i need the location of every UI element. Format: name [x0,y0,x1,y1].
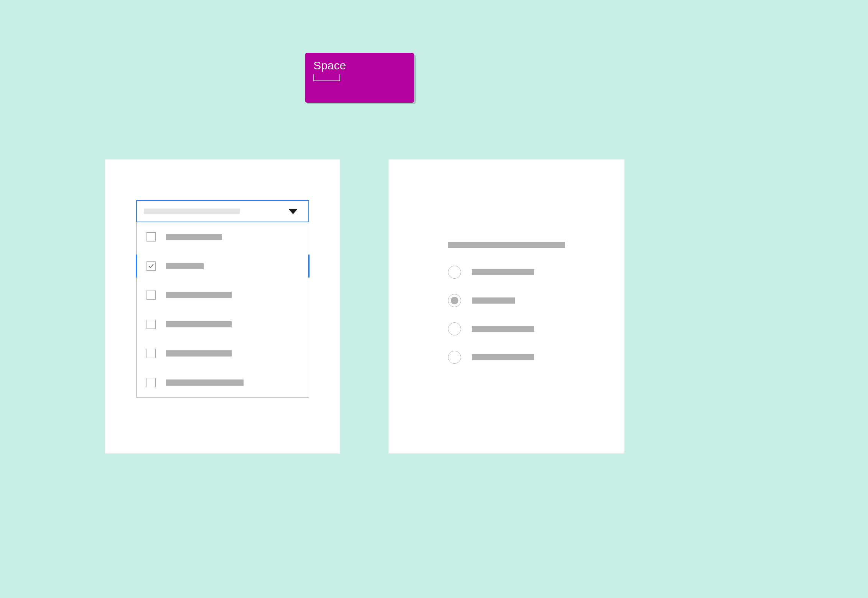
option-label [166,350,232,356]
combobox-listbox[interactable] [136,222,309,398]
option-label [166,380,244,386]
chevron-down-icon [288,209,298,216]
radio-option[interactable] [448,322,575,336]
combobox-option[interactable] [137,368,309,397]
option-label [166,292,232,298]
space-key-bracket-icon [313,74,340,81]
option-label [166,234,222,240]
radio-icon[interactable] [448,266,461,279]
combobox-option[interactable] [137,281,309,310]
checkbox-icon[interactable] [147,320,156,329]
radio-label [472,269,534,275]
checkbox-icon[interactable] [147,261,156,271]
checkbox-icon[interactable] [147,378,156,387]
radio-icon[interactable] [448,351,461,364]
radio-option[interactable] [448,265,575,279]
radio-label [472,354,534,360]
radio-option[interactable] [448,350,575,365]
checkbox-icon[interactable] [147,291,156,300]
radio-label [472,326,534,332]
checkbox-icon[interactable] [147,232,156,242]
radio-label [472,297,515,304]
combobox-option[interactable] [137,222,309,251]
radio-example-card [389,159,624,453]
space-key-label: Space [313,59,406,72]
combobox-option[interactable] [137,339,309,368]
combobox-example-card [105,159,340,453]
radio-option[interactable] [448,293,575,308]
option-label [166,321,232,327]
checkbox-icon[interactable] [147,349,156,358]
space-key-badge: Space [305,53,414,103]
combobox-option[interactable] [137,251,309,281]
combobox-placeholder [144,209,240,214]
radio-icon[interactable] [448,322,461,335]
radio-group-label [448,242,565,248]
combobox-option[interactable] [137,310,309,339]
svg-marker-0 [288,209,298,214]
option-label [166,263,204,269]
multiselect-combobox[interactable] [136,200,309,398]
radio-icon[interactable] [448,294,461,307]
radio-group [448,242,575,378]
combobox-trigger[interactable] [136,200,309,222]
